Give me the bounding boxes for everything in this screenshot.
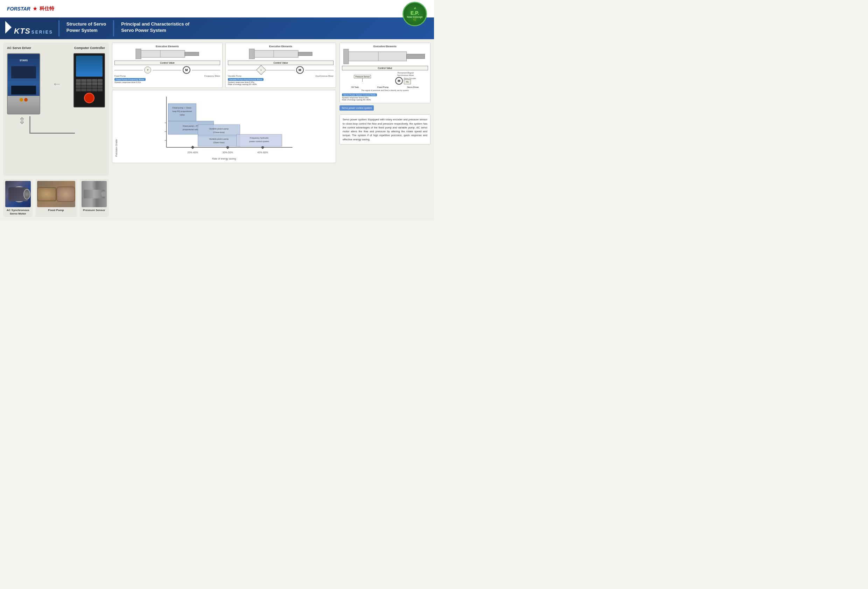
pump-symbol: P <box>144 66 151 74</box>
driver-panel <box>11 86 36 94</box>
diag1-component-labels: Fixed Pump Frequency Motor <box>114 75 220 77</box>
key <box>76 79 81 82</box>
svg-text:Fixed pump + PD: Fixed pump + PD <box>183 125 199 127</box>
svg-text:power control system: power control system <box>249 140 269 142</box>
servo-driver-graphic: STARS <box>7 53 40 114</box>
devices-row: STARS ← <box>7 52 105 114</box>
svg-text:Frequency hydraulic: Frequency hydraulic <box>249 137 269 139</box>
computer-image <box>74 53 105 108</box>
servo-control-area: Servo power control system <box>340 105 431 112</box>
key <box>97 86 103 88</box>
key <box>87 82 92 85</box>
button-1 <box>19 98 23 102</box>
key <box>76 86 81 88</box>
diag1-badge: Fixed Pump+Frequency Motor <box>114 78 146 81</box>
sensor-line <box>362 78 363 82</box>
flow-line <box>228 70 256 70</box>
left-panel: AC Servo Driver Computer Controller STAR… <box>3 43 108 217</box>
kts-badge: KTS SERIES <box>0 18 58 39</box>
diag3-control-valve: Control Valve <box>342 66 428 70</box>
svg-rect-1 <box>185 52 199 56</box>
flow-line <box>114 70 143 70</box>
svg-text:30%-50%: 30%-50% <box>222 151 233 154</box>
key <box>76 89 81 92</box>
logo-star-icon: ★ <box>32 5 37 12</box>
motor-image <box>5 181 31 207</box>
servo-driver-label: AC Servo Driver <box>7 46 31 50</box>
thumb-pump: Fixed Pump <box>35 179 77 217</box>
button-2 <box>24 98 28 102</box>
logo-area: FORSTAR ★ 科仕特 <box>7 5 54 12</box>
main-content: AC Servo Driver Computer Controller STAR… <box>0 39 434 220</box>
arrows-vertical-icon: ⇕ <box>18 116 26 125</box>
diagram-2: Executive Elements Control Valve V M Var <box>225 43 336 88</box>
diag2-badge: Variable Pump+Asychronous Motor <box>228 78 264 81</box>
keypad <box>76 79 103 92</box>
right-panel: Executive Elements Control Valve Pressur… <box>340 43 431 217</box>
connection-line <box>30 116 75 134</box>
flow-line-3 <box>305 70 334 70</box>
svg-text:Variable piston pump: Variable piston pump <box>209 138 229 140</box>
diag1-exec-label: Executive Elements <box>114 45 220 47</box>
svg-text:(Close-loop): (Close-loop) <box>213 131 225 133</box>
driver-buttons <box>11 98 36 102</box>
pump-image <box>37 181 75 207</box>
key <box>92 79 97 82</box>
device-labels: AC Servo Driver Computer Controller <box>7 46 105 50</box>
motor-symbol-2: M <box>296 66 304 74</box>
fixed-pump-label2: Fixed Pump <box>377 86 388 88</box>
svg-text:(Open-loop): (Open-loop) <box>213 142 224 143</box>
key <box>81 89 86 92</box>
key <box>97 89 103 92</box>
key <box>81 86 86 88</box>
flow-line-3 <box>192 70 220 70</box>
diag1-cylinder-svg <box>114 49 220 59</box>
kts-label: KTS <box>14 27 31 35</box>
motor-body <box>8 187 28 201</box>
diag3-bottom-row: Oil Tank Fixed Pump Servo Driver <box>342 86 428 88</box>
ep-badge: ✦ E.P. New Concept 🌿 <box>403 2 427 26</box>
key <box>87 89 92 92</box>
diag2-motor-label: Asychronous Motor <box>315 75 334 77</box>
diag3-components: Pressure Sensor Permanent MagnetSynchron… <box>342 72 428 85</box>
diag2-exec-label: Executive Elements <box>228 45 334 47</box>
chart-y-axis-label: Precision Grade <box>115 93 118 157</box>
diag2-pump-label: Variable Pump <box>228 75 242 77</box>
key <box>76 82 81 85</box>
thumb-motor: AC SynchronousServo Motor <box>3 179 32 217</box>
chart-container: Fixed pump + Close- loop PQ proportional… <box>119 93 333 157</box>
svg-rect-35 <box>347 52 406 61</box>
pmsm-block: Permanent MagnetSynchronous Moter M Rota… <box>395 72 416 85</box>
svg-text:Fixed pump + Close-: Fixed pump + Close- <box>173 107 192 109</box>
svg-rect-5 <box>298 52 312 56</box>
svg-rect-36 <box>407 54 425 58</box>
diag3-badge: Servo Power Systen Control Mode <box>342 93 377 96</box>
sensor-image <box>81 181 107 207</box>
sensor-body <box>84 190 105 198</box>
sensor-head <box>101 192 106 197</box>
driver-display <box>11 66 36 78</box>
section-title-2: Principal and Characteristics ofServo Po… <box>114 18 434 39</box>
blue-bar: KTS SERIES Structure of ServoPower Syste… <box>0 18 434 39</box>
logo-forstar: FORSTAR <box>7 6 31 12</box>
ep-sub: New Concept <box>407 16 422 18</box>
emergency-stop <box>84 93 94 103</box>
thumb-pump-label: Fixed Pump <box>37 208 75 212</box>
arrow-left-icon: ← <box>52 78 62 90</box>
diag1-motor-row: P M <box>114 66 220 74</box>
screen <box>76 56 103 77</box>
svg-text:40%-80%: 40%-80% <box>257 151 268 154</box>
diag2-cylinder-svg <box>228 49 334 59</box>
key <box>92 82 97 85</box>
thumb-motor-label: AC SynchronousServo Motor <box>5 208 31 215</box>
svg-rect-37 <box>344 49 348 64</box>
diag3-cylinder-svg <box>342 49 428 64</box>
logo-chinese: 科仕特 <box>40 6 54 12</box>
pmsm-label: Permanent MagnetSynchronous Moter <box>395 72 416 76</box>
svg-rect-0 <box>139 50 185 58</box>
pg-block: Rotary Encoder PG <box>404 77 416 84</box>
pressure-sensor-label: Pressure Sensor <box>354 75 371 78</box>
svg-marker-13 <box>191 146 195 149</box>
pressure-sensor-block: Pressure Sensor <box>354 75 371 82</box>
motor-symbol-1: M <box>183 66 190 74</box>
